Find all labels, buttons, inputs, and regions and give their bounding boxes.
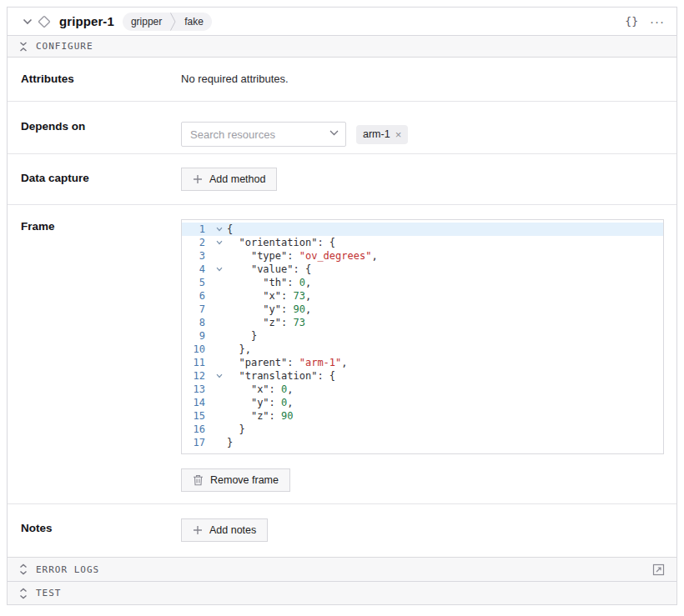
frame-code-editor[interactable]: 1{2 "orientation": {3 "type": "ov_degree…: [181, 219, 664, 454]
test-bar[interactable]: TEST: [8, 581, 676, 604]
depends-search-input[interactable]: [181, 122, 346, 147]
line-number: 7: [182, 303, 212, 316]
footer-bars: ERROR LOGS TEST: [8, 557, 676, 604]
dependency-chip[interactable]: arm-1 ×: [356, 125, 408, 144]
code-line[interactable]: 14 "y": 0,: [182, 396, 663, 409]
remove-frame-button[interactable]: Remove frame: [181, 468, 290, 492]
code-text: },: [227, 343, 251, 356]
line-number: 3: [182, 249, 212, 263]
test-label: TEST: [36, 588, 62, 598]
code-line[interactable]: 3 "type": "ov_degrees",: [182, 249, 663, 263]
code-text: "z": 90: [227, 409, 294, 423]
fold-chevron-icon[interactable]: [212, 236, 227, 249]
frame-section: Frame 1{2 "orientation": {3 "type": "ov_…: [8, 205, 676, 504]
plus-icon: [193, 525, 203, 535]
attributes-section: Attributes No required attributes.: [8, 58, 676, 102]
remove-dependency-icon[interactable]: ×: [395, 129, 402, 140]
fold-spacer: [212, 289, 227, 303]
code-text: "th": 0,: [227, 276, 311, 289]
component-diamond-icon: [36, 13, 53, 30]
code-line[interactable]: 17}: [182, 436, 663, 449]
code-line[interactable]: 1{: [182, 223, 663, 236]
line-number: 2: [182, 236, 212, 249]
data-capture-label: Data capture: [8, 154, 181, 204]
attributes-label: Attributes: [8, 58, 181, 101]
code-line[interactable]: 11 "parent": "arm-1",: [182, 356, 663, 369]
line-number: 12: [182, 369, 212, 383]
code-line[interactable]: 2 "orientation": {: [182, 236, 663, 249]
component-card: gripper-1 gripper fake {} ··· CONFIGURE …: [7, 7, 677, 605]
fold-spacer: [212, 436, 227, 449]
code-line[interactable]: 7 "y": 90,: [182, 303, 663, 316]
collapse-chevron-icon[interactable]: [19, 13, 36, 30]
code-text: }: [227, 436, 233, 449]
code-text: }: [227, 329, 257, 343]
code-line[interactable]: 12 "translation": {: [182, 369, 663, 383]
remove-frame-label: Remove frame: [210, 474, 279, 486]
code-text: "value": {: [227, 263, 311, 276]
notes-section: Notes Add notes: [8, 504, 676, 557]
line-number: 13: [182, 383, 212, 396]
code-text: "y": 0,: [227, 396, 294, 409]
fold-chevron-icon[interactable]: [212, 369, 227, 383]
line-number: 1: [182, 223, 212, 236]
code-text: "x": 73,: [227, 289, 311, 303]
plus-icon: [193, 174, 203, 184]
line-number: 16: [182, 423, 212, 436]
component-title: gripper-1: [59, 14, 114, 28]
expand-vertical-icon: [19, 563, 28, 575]
component-type-badges: gripper fake: [123, 13, 212, 31]
code-line[interactable]: 15 "z": 90: [182, 409, 663, 423]
code-line[interactable]: 13 "x": 0,: [182, 383, 663, 396]
notes-label: Notes: [8, 504, 181, 557]
line-number: 8: [182, 316, 212, 329]
code-line[interactable]: 16 }: [182, 423, 663, 436]
data-capture-section: Data capture Add method: [8, 154, 676, 205]
add-notes-label: Add notes: [209, 524, 256, 536]
code-line[interactable]: 5 "th": 0,: [182, 276, 663, 289]
fold-spacer: [212, 329, 227, 343]
error-logs-label: ERROR LOGS: [36, 564, 99, 575]
code-text: "parent": "arm-1",: [227, 356, 348, 369]
fold-spacer: [212, 356, 227, 369]
fold-spacer: [212, 343, 227, 356]
code-line[interactable]: 8 "z": 73: [182, 316, 663, 329]
trash-icon: [193, 474, 204, 486]
overflow-menu-icon[interactable]: ···: [650, 18, 665, 26]
line-number: 11: [182, 356, 212, 369]
code-text: }: [227, 423, 245, 436]
error-logs-bar[interactable]: ERROR LOGS: [8, 558, 676, 581]
dependency-chip-label: arm-1: [363, 128, 390, 140]
fold-spacer: [212, 409, 227, 423]
fold-spacer: [212, 423, 227, 436]
line-number: 17: [182, 436, 212, 449]
code-line[interactable]: 9 }: [182, 329, 663, 343]
fold-spacer: [212, 396, 227, 409]
code-line[interactable]: 4 "value": {: [182, 263, 663, 276]
line-number: 5: [182, 276, 212, 289]
configure-section-bar[interactable]: CONFIGURE: [8, 36, 676, 58]
depends-on-label: Depends on: [8, 102, 181, 153]
code-text: "type": "ov_degrees",: [227, 249, 378, 263]
code-line[interactable]: 6 "x": 73,: [182, 289, 663, 303]
add-method-button[interactable]: Add method: [181, 168, 277, 191]
line-number: 9: [182, 329, 212, 343]
depends-on-section: Depends on arm-1 ×: [8, 102, 676, 154]
line-number: 14: [182, 396, 212, 409]
code-text: "z": 73: [227, 316, 305, 329]
code-line[interactable]: 10 },: [182, 343, 663, 356]
add-notes-button[interactable]: Add notes: [181, 518, 268, 542]
json-mode-icon[interactable]: {}: [625, 15, 638, 28]
expand-vertical-icon: [19, 588, 28, 599]
line-number: 6: [182, 289, 212, 303]
add-method-label: Add method: [209, 173, 265, 185]
configure-bar-label: CONFIGURE: [36, 41, 93, 52]
fold-chevron-icon[interactable]: [212, 263, 227, 276]
line-number: 15: [182, 409, 212, 423]
fold-chevron-icon[interactable]: [212, 223, 227, 236]
fold-spacer: [212, 303, 227, 316]
collapse-vertical-icon: [19, 41, 28, 53]
attributes-value: No required attributes.: [181, 58, 676, 101]
badge-divider-icon: [170, 13, 176, 31]
open-external-icon[interactable]: [652, 563, 665, 576]
